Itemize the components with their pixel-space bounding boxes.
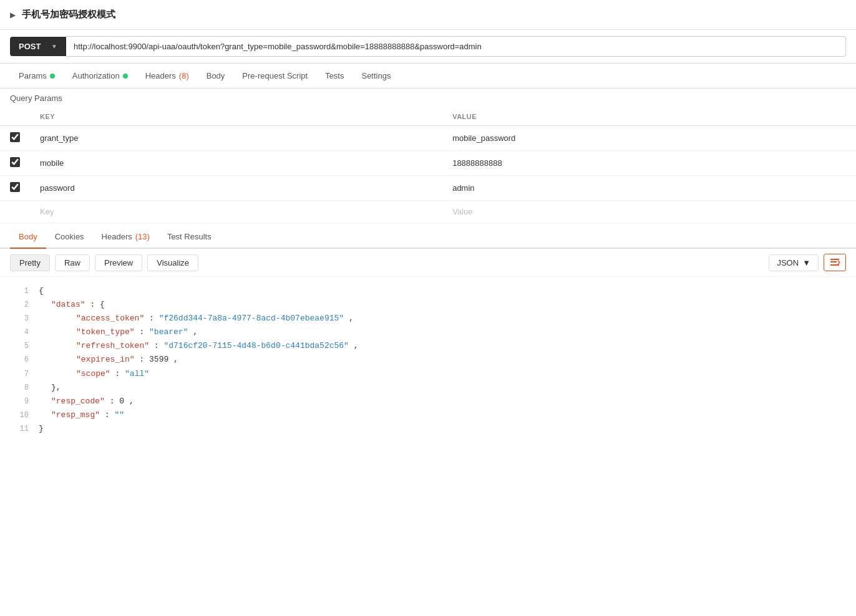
tab-pre-request-label: Pre-request Script (242, 71, 308, 80)
tab-headers-label: Headers (145, 71, 176, 80)
tab-settings-label: Settings (361, 71, 391, 80)
row2-key: mobile (30, 151, 442, 176)
resp-headers-count: (13) (135, 232, 150, 241)
tab-authorization[interactable]: Authorization (64, 64, 137, 88)
key-placeholder: Key (40, 207, 54, 216)
row3-value: admin (442, 176, 856, 201)
row3-checkbox-cell (0, 176, 30, 201)
section-title: 手机号加密码授权模式 (22, 9, 115, 21)
json-line-6: 6 "expires_in" : 3599 , (0, 353, 856, 367)
tab-pre-request[interactable]: Pre-request Script (233, 64, 316, 88)
json-line-8: 8 }, (0, 381, 856, 395)
row1-key: grant_type (30, 126, 442, 151)
tab-headers[interactable]: Headers (8) (137, 64, 198, 88)
params-dot-icon (50, 74, 55, 79)
json-line-5: 5 "refresh_token" : "d716cf20-7115-4d48-… (0, 339, 856, 353)
format-type-label: JSON (777, 258, 799, 267)
table-row: grant_type mobile_password (0, 126, 856, 151)
row3-checkbox[interactable] (10, 182, 20, 192)
table-row: password admin (0, 176, 856, 201)
method-label: POST (19, 42, 41, 51)
request-bar: POST ▼ (0, 30, 856, 64)
headers-count: (8) (179, 71, 189, 80)
resp-tab-test-results-label: Test Results (167, 232, 212, 241)
collapse-arrow-icon: ▶ (10, 11, 16, 19)
empty-key-cell: Key (30, 201, 442, 223)
json-line-9: 9 "resp_code" : 0 , (0, 395, 856, 408)
method-select[interactable]: POST ▼ (10, 37, 66, 56)
json-viewer: 1 { 2 "datas" : { 3 "access_token" : "f2… (0, 277, 856, 443)
row2-checkbox-cell (0, 151, 30, 176)
method-dropdown-arrow-icon: ▼ (51, 43, 57, 50)
json-line-3: 3 "access_token" : "f26dd344-7a8a-4977-8… (0, 312, 856, 325)
tab-body-label: Body (207, 71, 225, 80)
resp-tab-test-results[interactable]: Test Results (158, 226, 220, 248)
json-line-10: 10 "resp_msg" : "" (0, 408, 856, 422)
authorization-dot-icon (123, 74, 128, 79)
response-tabs-bar: Body Cookies Headers (13) Test Results (0, 226, 856, 249)
json-line-2: 2 "datas" : { (0, 298, 856, 312)
tab-params[interactable]: Params (10, 64, 64, 88)
row3-key: password (30, 176, 442, 201)
json-line-1: 1 { (0, 284, 856, 298)
row1-checkbox-cell (0, 126, 30, 151)
value-placeholder: Value (452, 207, 472, 216)
visualize-button[interactable]: Visualize (147, 254, 198, 271)
tab-settings[interactable]: Settings (353, 64, 399, 88)
params-table: KEY VALUE grant_type mobile_password mob… (0, 108, 856, 223)
json-line-11: 11 } (0, 422, 856, 436)
tab-params-label: Params (19, 71, 47, 80)
row2-value: 18888888888 (442, 151, 856, 176)
request-tabs-bar: Params Authorization Headers (8) Body Pr… (0, 64, 856, 89)
resp-tab-cookies[interactable]: Cookies (46, 226, 93, 248)
value-col-header: VALUE (442, 108, 856, 126)
query-params-label: Query Params (0, 89, 856, 108)
empty-value-cell: Value (442, 201, 856, 223)
table-row: mobile 18888888888 (0, 151, 856, 176)
resp-tab-body-label: Body (19, 232, 37, 241)
empty-checkbox-cell (0, 201, 30, 223)
row1-checkbox[interactable] (10, 132, 20, 142)
json-line-7: 7 "scope" : "all" (0, 367, 856, 381)
format-type-select[interactable]: JSON ▼ (769, 254, 819, 271)
checkbox-col-header (0, 108, 30, 126)
row2-checkbox[interactable] (10, 157, 20, 167)
tab-tests[interactable]: Tests (316, 64, 353, 88)
row1-value: mobile_password (442, 126, 856, 151)
tab-body[interactable]: Body (198, 64, 234, 88)
wrap-icon (829, 257, 840, 268)
json-line-4: 4 "token_type" : "bearer" , (0, 325, 856, 339)
resp-tab-cookies-label: Cookies (55, 232, 84, 241)
resp-tab-headers[interactable]: Headers (13) (93, 226, 158, 248)
raw-button[interactable]: Raw (55, 254, 90, 271)
pretty-button[interactable]: Pretty (10, 254, 50, 271)
table-row-empty: Key Value (0, 201, 856, 223)
resp-tab-body[interactable]: Body (10, 226, 46, 248)
preview-button[interactable]: Preview (95, 254, 142, 271)
tab-authorization-label: Authorization (72, 71, 120, 80)
url-input[interactable] (66, 36, 846, 57)
section-header[interactable]: ▶ 手机号加密码授权模式 (0, 0, 856, 30)
format-type-arrow-icon: ▼ (802, 258, 810, 267)
format-toolbar: Pretty Raw Preview Visualize JSON ▼ (0, 249, 856, 277)
wrap-button[interactable] (824, 254, 846, 271)
page-container: ▶ 手机号加密码授权模式 POST ▼ Params Authorization… (0, 0, 856, 616)
resp-tab-headers-label: Headers (102, 232, 132, 241)
tab-tests-label: Tests (325, 71, 344, 80)
key-col-header: KEY (30, 108, 442, 126)
